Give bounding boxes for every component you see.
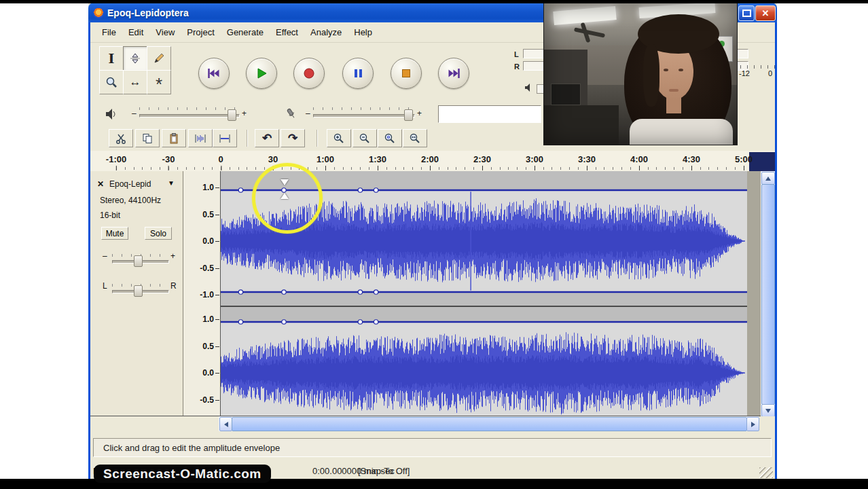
timeline-label: 2:00 <box>421 154 439 164</box>
fit-selection-button[interactable] <box>378 129 402 147</box>
envelope-icon <box>129 52 141 65</box>
vruler-label: -1.0 <box>200 290 214 300</box>
webcam-vignette <box>544 3 738 145</box>
copy-button[interactable] <box>135 129 160 147</box>
draw-tool-button[interactable] <box>147 46 171 71</box>
cut-icon <box>115 132 127 145</box>
vertical-scrollbar[interactable] <box>761 171 775 416</box>
stop-button[interactable] <box>391 58 422 89</box>
play-icon <box>255 67 268 80</box>
skip-to-end-icon <box>446 67 461 80</box>
waveform-channel-2[interactable] <box>221 307 747 416</box>
track-bitdepth-label: 16-bit <box>100 211 120 220</box>
vertical-scroll-thumb[interactable] <box>761 184 775 405</box>
close-icon: ✕ <box>762 8 770 18</box>
snap-to-label: [Snap-To Off] <box>358 466 410 476</box>
zoom-in-icon <box>333 132 345 145</box>
hscroll-zone <box>90 416 775 431</box>
window-title: Epoq-Lepidoptera <box>107 7 189 18</box>
pause-button[interactable] <box>342 58 374 89</box>
envelope-tool-button[interactable] <box>123 46 147 71</box>
menu-help[interactable]: Help <box>348 25 378 39</box>
timeline-label: 3:30 <box>578 154 596 164</box>
silence-icon <box>219 132 231 145</box>
zoom-in-button[interactable] <box>327 129 351 147</box>
meter-speaker-icon <box>524 83 534 92</box>
horizontal-scroll-thumb[interactable] <box>232 417 747 431</box>
solo-button[interactable]: Solo <box>145 227 172 240</box>
timeline-end-block <box>749 152 775 171</box>
menu-edit[interactable]: Edit <box>122 25 149 39</box>
letterbox-top <box>0 0 868 3</box>
vruler-label: 1.0 <box>202 183 214 192</box>
track-title[interactable]: Epoq-Lepid <box>109 179 151 189</box>
skip-to-end-button[interactable] <box>438 58 469 89</box>
timeshift-icon: ↔ <box>130 75 141 89</box>
zoom-tool-button[interactable] <box>99 70 124 94</box>
maximize-button[interactable] <box>738 5 755 21</box>
multi-tool-icon: * <box>156 81 162 88</box>
multi-tool-button[interactable]: * <box>147 70 171 94</box>
timeline-label: 4:30 <box>683 154 700 164</box>
scroll-down-button[interactable] <box>761 404 775 417</box>
undo-icon: ↶ <box>262 131 272 145</box>
record-button[interactable] <box>293 58 325 89</box>
trim-button[interactable] <box>188 129 213 147</box>
output-volume-thumb[interactable] <box>228 109 236 121</box>
silence-button[interactable] <box>213 129 237 147</box>
pan-left-label: L <box>103 281 107 291</box>
track-control-panel: ✕ Epoq-Lepid ▼ Stereo, 44100Hz 16-bit Mu… <box>90 171 183 416</box>
vruler-label: 0.5 <box>202 210 214 219</box>
vruler-label: 0.0 <box>202 368 214 378</box>
input-volume-slider[interactable] <box>313 114 415 117</box>
scroll-left-button[interactable] <box>219 417 232 431</box>
selection-tool-button[interactable]: I <box>99 46 124 71</box>
cut-button[interactable] <box>109 129 133 147</box>
magnifier-icon <box>105 76 117 88</box>
output-volume-minus-label: – <box>132 109 137 118</box>
input-volume-thumb[interactable] <box>404 109 413 121</box>
timeline-label: -1:00 <box>106 154 126 164</box>
timeline-label: 1:00 <box>317 154 334 164</box>
zoom-out-button[interactable] <box>352 129 377 147</box>
input-volume-minus-label: – <box>306 109 310 118</box>
meter-scale-ticks <box>734 65 781 69</box>
annotation-circle <box>252 163 323 234</box>
redo-button[interactable]: ↷ <box>281 129 305 147</box>
menu-effect[interactable]: Effect <box>270 25 304 39</box>
horizontal-scrollbar[interactable] <box>219 416 759 431</box>
play-button[interactable] <box>246 58 277 89</box>
menu-file[interactable]: File <box>96 25 122 39</box>
meter-scale-zero: 0 <box>768 69 772 77</box>
output-volume-ticks <box>139 107 238 110</box>
menu-generate[interactable]: Generate <box>221 25 270 39</box>
menu-analyze[interactable]: Analyze <box>304 25 348 39</box>
undo-button[interactable]: ↶ <box>255 129 279 147</box>
status-message: Click and drag to edit the amplitude env… <box>94 443 280 453</box>
skip-to-start-button[interactable] <box>198 58 230 89</box>
vertical-ruler[interactable]: 1.00.50.0-0.5-1.01.00.50.0-0.5 <box>183 171 221 416</box>
window-border-right <box>775 19 777 479</box>
gain-slider-thumb[interactable] <box>134 255 143 267</box>
timeline-label: 2:30 <box>473 154 491 164</box>
menu-project[interactable]: Project <box>181 25 220 39</box>
paste-button[interactable] <box>162 129 186 147</box>
timeshift-tool-button[interactable]: ↔ <box>123 70 147 94</box>
vruler-label: -0.5 <box>200 264 214 273</box>
mute-button[interactable]: Mute <box>101 227 128 240</box>
track-menu-dropdown-icon[interactable]: ▼ <box>168 179 175 187</box>
menu-view[interactable]: View <box>149 25 181 39</box>
output-volume-slider[interactable] <box>139 114 240 117</box>
pan-slider-thumb[interactable] <box>134 285 143 297</box>
fit-project-button[interactable] <box>403 129 427 147</box>
input-source-select[interactable] <box>438 105 541 123</box>
scroll-up-button[interactable] <box>761 172 775 185</box>
track-close-button[interactable]: ✕ <box>97 179 104 189</box>
resize-grip[interactable] <box>759 467 773 478</box>
vruler-label: 0.0 <box>202 236 214 246</box>
timeline-ruler[interactable]: -1:00-300301:001:302:002:303:003:304:004… <box>90 151 775 172</box>
gain-plus-label: + <box>170 251 175 261</box>
timeline-minor-ticks <box>116 167 761 170</box>
scroll-right-button[interactable] <box>746 417 759 431</box>
close-button[interactable]: ✕ <box>755 5 776 21</box>
